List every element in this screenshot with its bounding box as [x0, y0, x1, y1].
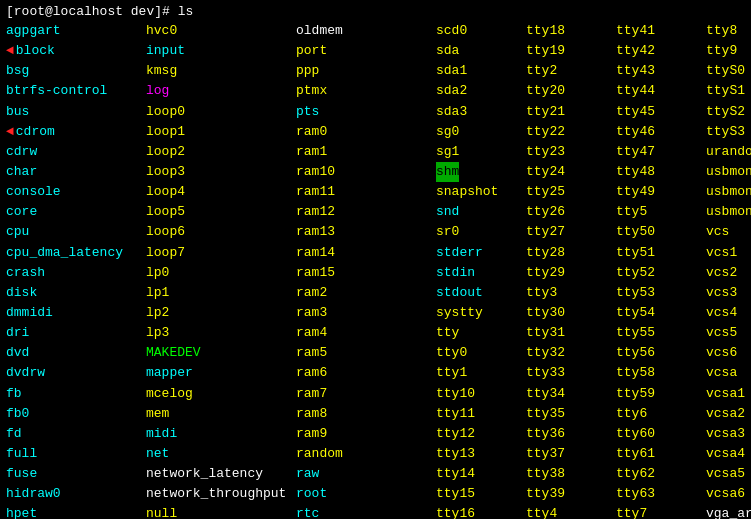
- list-item: midi: [146, 424, 296, 444]
- list-item: tty45: [616, 102, 706, 122]
- list-item: pts: [296, 102, 436, 122]
- arrow-icon: ◄: [6, 122, 14, 142]
- list-item: fuse: [6, 464, 146, 484]
- list-item: tty39: [526, 484, 616, 504]
- list-item: input: [146, 41, 296, 61]
- list-item: lp3: [146, 323, 296, 343]
- file-listing: agpgart◄blockbsgbtrfs-controlbus◄cdromcd…: [6, 21, 745, 519]
- list-item: tty12: [436, 424, 526, 444]
- list-item: ram0: [296, 122, 436, 142]
- list-item: vcsa5: [706, 464, 751, 484]
- list-item: tty14: [436, 464, 526, 484]
- list-item: ram12: [296, 202, 436, 222]
- list-item: ttyS3: [706, 122, 751, 142]
- list-item: loop0: [146, 102, 296, 122]
- list-item: tty9: [706, 41, 751, 61]
- list-item: lp1: [146, 283, 296, 303]
- list-item: tty1: [436, 363, 526, 383]
- list-item: tty41: [616, 21, 706, 41]
- list-item: usbmon1: [706, 182, 751, 202]
- list-item: tty28: [526, 243, 616, 263]
- list-item: full: [6, 444, 146, 464]
- prompt-text: [root@localhost dev]# ls: [6, 4, 193, 19]
- list-item: tty26: [526, 202, 616, 222]
- list-item: loop6: [146, 222, 296, 242]
- list-item: btrfs-control: [6, 81, 146, 101]
- list-item: tty59: [616, 384, 706, 404]
- list-item: sda3: [436, 102, 526, 122]
- list-item: ram15: [296, 263, 436, 283]
- list-item: mcelog: [146, 384, 296, 404]
- list-item: dri: [6, 323, 146, 343]
- list-item: vcsa6: [706, 484, 751, 504]
- list-item: ram1: [296, 142, 436, 162]
- list-item: ram5: [296, 343, 436, 363]
- list-item: tty18: [526, 21, 616, 41]
- list-item: crash: [6, 263, 146, 283]
- list-item: sda2: [436, 81, 526, 101]
- list-item: vcs5: [706, 323, 751, 343]
- list-item: tty50: [616, 222, 706, 242]
- list-item: null: [146, 504, 296, 519]
- list-item: sr0: [436, 222, 526, 242]
- list-item: ram6: [296, 363, 436, 383]
- file-column-2: oldmemportpppptmxptsram0ram1ram10ram11ra…: [296, 21, 436, 519]
- list-item: tty22: [526, 122, 616, 142]
- list-item: cdrw: [6, 142, 146, 162]
- list-item: tty37: [526, 444, 616, 464]
- list-item: dmmidi: [6, 303, 146, 323]
- list-item: scd0: [436, 21, 526, 41]
- list-item: vcs3: [706, 283, 751, 303]
- list-item: ttyS0: [706, 61, 751, 81]
- list-item: agpgart: [6, 21, 146, 41]
- list-item: tty43: [616, 61, 706, 81]
- list-item: ttyS2: [706, 102, 751, 122]
- list-item: tty62: [616, 464, 706, 484]
- list-item: tty15: [436, 484, 526, 504]
- list-item: ttyS1: [706, 81, 751, 101]
- list-item: ram7: [296, 384, 436, 404]
- list-item: net: [146, 444, 296, 464]
- list-item: tty38: [526, 464, 616, 484]
- list-item: dvdrw: [6, 363, 146, 383]
- list-item: tty46: [616, 122, 706, 142]
- list-item: tty13: [436, 444, 526, 464]
- list-item: vcsa2: [706, 404, 751, 424]
- list-item: lp2: [146, 303, 296, 323]
- list-item: ram10: [296, 162, 436, 182]
- list-item: loop3: [146, 162, 296, 182]
- list-item: tty54: [616, 303, 706, 323]
- list-item: systty: [436, 303, 526, 323]
- list-item: tty47: [616, 142, 706, 162]
- list-item: tty23: [526, 142, 616, 162]
- list-item: hidraw0: [6, 484, 146, 504]
- list-item: disk: [6, 283, 146, 303]
- list-item: dvd: [6, 343, 146, 363]
- list-item: tty49: [616, 182, 706, 202]
- list-item: tty42: [616, 41, 706, 61]
- list-item: tty58: [616, 363, 706, 383]
- list-item: tty3: [526, 283, 616, 303]
- list-item: tty32: [526, 343, 616, 363]
- list-item: char: [6, 162, 146, 182]
- list-item: snd: [436, 202, 526, 222]
- list-item: tty0: [436, 343, 526, 363]
- list-item: sda1: [436, 61, 526, 81]
- list-item: loop7: [146, 243, 296, 263]
- list-item: loop5: [146, 202, 296, 222]
- list-item: tty2: [526, 61, 616, 81]
- file-column-0: agpgart◄blockbsgbtrfs-controlbus◄cdromcd…: [6, 21, 146, 519]
- list-item: tty30: [526, 303, 616, 323]
- list-item: stderr: [436, 243, 526, 263]
- list-item: rtc: [296, 504, 436, 519]
- list-item: tty8: [706, 21, 751, 41]
- file-column-3: scd0sdasda1sda2sda3sg0sg1shmsnapshotsnds…: [436, 21, 526, 519]
- list-item: tty4: [526, 504, 616, 519]
- list-item: bsg: [6, 61, 146, 81]
- list-item: cpu_dma_latency: [6, 243, 146, 263]
- list-item: tty44: [616, 81, 706, 101]
- list-item: tty11: [436, 404, 526, 424]
- arrow-icon: ◄: [6, 41, 14, 61]
- list-item: ram8: [296, 404, 436, 424]
- list-item: stdin: [436, 263, 526, 283]
